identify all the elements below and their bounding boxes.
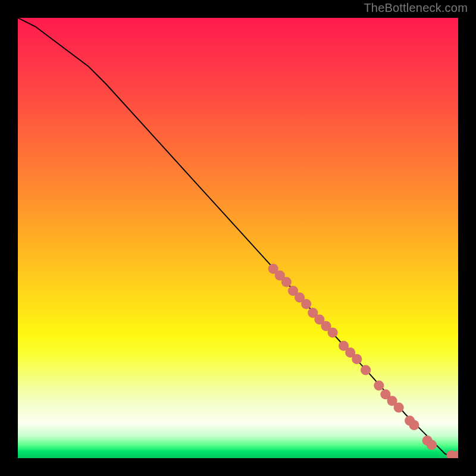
data-point	[374, 380, 384, 390]
data-point	[352, 354, 362, 364]
attribution-text: TheBottleneck.com	[364, 1, 468, 15]
data-point	[361, 365, 371, 375]
chart-overlay	[18, 18, 458, 458]
data-point	[394, 402, 404, 412]
chart-frame: TheBottleneck.com	[0, 0, 476, 476]
plot-area	[18, 18, 458, 458]
bottleneck-curve	[18, 18, 458, 456]
data-point	[409, 420, 419, 430]
data-point	[281, 277, 292, 287]
data-point	[301, 299, 311, 309]
data-point	[427, 440, 437, 450]
data-point	[328, 328, 338, 338]
data-points	[268, 264, 458, 458]
